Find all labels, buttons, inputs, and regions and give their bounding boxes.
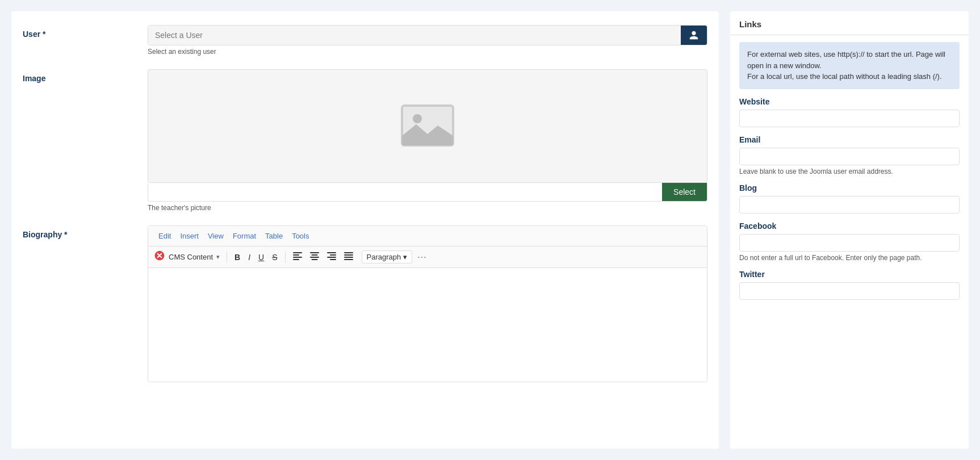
image-field-row: Image Select The teacher's picture (23, 69, 707, 212)
links-title: Links (730, 11, 969, 35)
facebook-input[interactable] (739, 234, 960, 252)
image-select-row: Select (148, 183, 707, 202)
editor-underline-button[interactable]: U (256, 252, 267, 263)
editor-divider-1 (227, 252, 227, 263)
justify-icon (344, 252, 353, 260)
twitter-input[interactable] (739, 282, 960, 300)
links-fields: Website Email Leave blank to use the Joo… (730, 97, 969, 309)
user-select-input[interactable] (148, 26, 681, 45)
user-field: Select an existing user (148, 25, 707, 56)
biography-field: Edit Insert View Format Table Tools (148, 225, 707, 382)
svg-rect-15 (344, 254, 353, 256)
svg-rect-8 (310, 257, 319, 258)
svg-rect-14 (344, 252, 353, 253)
editor-strikethrough-button[interactable]: S (269, 252, 280, 263)
editor-menu-insert[interactable]: Insert (175, 229, 203, 242)
editor-menu-tools[interactable]: Tools (287, 229, 313, 242)
user-hint: Select an existing user (148, 48, 707, 56)
svg-rect-5 (293, 259, 299, 260)
user-field-row: User * Select an existing user (23, 25, 707, 56)
facebook-label: Facebook (739, 221, 960, 231)
editor-italic-button[interactable]: I (245, 252, 253, 263)
user-icon (689, 30, 699, 40)
paragraph-label: Paragraph (367, 253, 401, 261)
website-input[interactable] (739, 110, 960, 127)
editor-bold-button[interactable]: B (232, 252, 243, 263)
user-select-button[interactable] (681, 26, 707, 45)
editor-divider-2 (285, 252, 286, 263)
main-content: User * Select an existing user Image (11, 11, 719, 449)
user-label: User * (23, 25, 136, 39)
user-select-wrapper (148, 25, 707, 45)
svg-rect-4 (293, 257, 302, 258)
editor-justify-button[interactable] (341, 251, 356, 263)
links-info-text: For external web sites, use http(s):// t… (747, 50, 945, 81)
editor-menu-view[interactable]: View (203, 229, 228, 242)
image-path-input[interactable] (148, 183, 662, 201)
align-center-icon (310, 252, 319, 260)
editor-wrapper: Edit Insert View Format Table Tools (148, 225, 707, 382)
editor-body[interactable] (148, 268, 707, 382)
align-left-icon (293, 252, 302, 260)
svg-rect-2 (293, 252, 302, 253)
svg-rect-7 (311, 254, 317, 256)
svg-rect-9 (311, 259, 317, 260)
email-label: Email (739, 135, 960, 144)
svg-rect-3 (293, 254, 299, 256)
biography-label: Biography * (23, 225, 136, 239)
align-right-icon (327, 252, 336, 260)
svg-rect-10 (327, 252, 336, 253)
editor-align-left-button[interactable] (290, 251, 305, 263)
image-field: Select The teacher's picture (148, 69, 707, 212)
email-input[interactable] (739, 148, 960, 165)
svg-rect-16 (344, 257, 353, 258)
editor-menu-format[interactable]: Format (228, 229, 261, 242)
sidebar: Links For external web sites, use http(s… (730, 11, 969, 449)
paragraph-dropdown-arrow: ▾ (403, 253, 407, 261)
twitter-label: Twitter (739, 270, 960, 279)
biography-field-row: Biography * Edit Insert View Format Tabl… (23, 225, 707, 382)
editor-toolbar: CMS Content ▾ B I U S (148, 246, 707, 268)
editor-paragraph-select[interactable]: Paragraph ▾ (362, 250, 413, 264)
image-placeholder-icon (399, 103, 456, 150)
facebook-hint: Do not enter a full url to Facebook. Ent… (739, 254, 960, 262)
image-hint: The teacher's picture (148, 204, 707, 212)
svg-rect-6 (310, 252, 319, 253)
blog-label: Blog (739, 183, 960, 193)
cms-logo (154, 250, 165, 264)
svg-rect-13 (330, 259, 336, 260)
editor-align-center-button[interactable] (307, 251, 322, 263)
editor-dropdown-arrow: ▾ (216, 253, 220, 261)
links-info-box: For external web sites, use http(s):// t… (739, 42, 960, 89)
image-select-button[interactable]: Select (662, 183, 707, 201)
editor-menu-edit[interactable]: Edit (154, 229, 175, 242)
editor-brand: CMS Content ▾ (154, 250, 220, 264)
svg-rect-11 (330, 254, 336, 256)
website-label: Website (739, 97, 960, 106)
links-panel: Links For external web sites, use http(s… (730, 11, 969, 309)
email-hint: Leave blank to use the Joomla user email… (739, 168, 960, 175)
image-upload-area (148, 69, 707, 183)
svg-rect-12 (327, 257, 336, 258)
editor-menubar: Edit Insert View Format Table Tools (148, 226, 707, 246)
editor-align-right-button[interactable] (324, 251, 339, 263)
editor-more-button[interactable]: ··· (414, 251, 429, 264)
blog-input[interactable] (739, 196, 960, 214)
editor-menu-table[interactable]: Table (261, 229, 287, 242)
svg-rect-17 (344, 259, 353, 260)
editor-brand-text: CMS Content (169, 253, 213, 261)
svg-point-1 (413, 114, 422, 123)
image-label: Image (23, 69, 136, 83)
